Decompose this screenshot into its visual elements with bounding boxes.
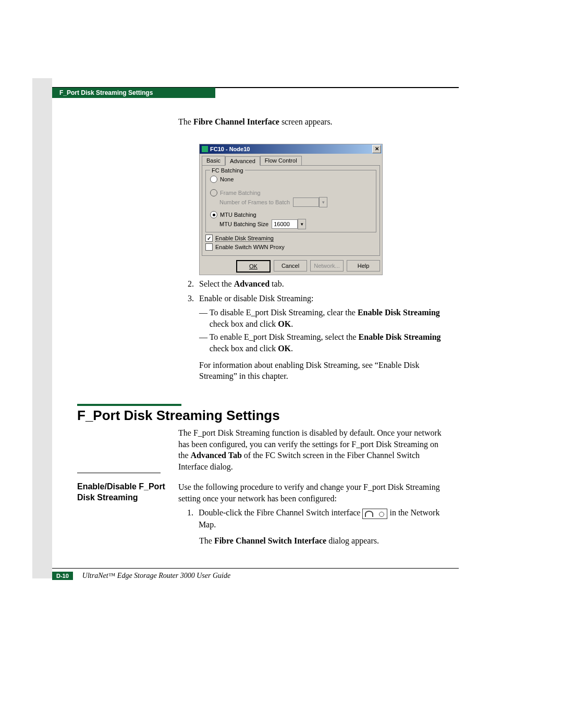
- mtu-subrow: MTU Batching Size 16000 ▼: [219, 219, 372, 229]
- dash-bullet: —: [199, 331, 210, 354]
- cb-wwn-row[interactable]: Enable Switch WWN Proxy: [205, 243, 376, 251]
- radio-mtu[interactable]: [210, 211, 217, 218]
- cb-disk-row[interactable]: ✓ Enable Disk Streaming: [205, 235, 376, 242]
- page: F_Port Disk Streaming Settings The Fibre…: [0, 0, 563, 728]
- radio-mtu-label: MTU Batching: [220, 212, 256, 218]
- network-button: Network...: [310, 260, 344, 272]
- subsection-body: Use the following procedure to verify an…: [178, 482, 449, 547]
- fc-switch-interface-icon: [362, 509, 387, 519]
- mtu-dd-value: 16000: [272, 219, 298, 229]
- frame-dd-value: [293, 198, 319, 207]
- section-heading: F_Port Disk Streaming Settings: [77, 408, 280, 424]
- page-number: D-10: [52, 572, 73, 580]
- sub-step1: Double-click the Fibre Channel Switch in…: [199, 507, 449, 530]
- frame-sub-label: Number of Frames to Batch: [219, 199, 290, 205]
- tab-basic[interactable]: Basic: [202, 156, 225, 165]
- fieldset-legend: FC Batching: [210, 167, 245, 174]
- info-para: For information about enabling Disk Stre…: [199, 360, 449, 382]
- chevron-down-icon[interactable]: ▼: [298, 219, 306, 229]
- page-footer: D-10 UltraNet™ Edge Storage Router 3000 …: [52, 568, 459, 580]
- cb-wwn-label: Enable Switch WWN Proxy: [215, 244, 285, 250]
- intro-bold: Fibre Channel Interface: [193, 117, 279, 126]
- radio-frame: [210, 189, 217, 196]
- intro-text: The Fibre Channel Interface screen appea…: [178, 117, 444, 127]
- cb-wwn[interactable]: [205, 243, 213, 251]
- radio-frame-row: Frame Batching: [210, 189, 372, 196]
- mtu-dropdown[interactable]: 16000 ▼: [272, 219, 306, 229]
- tab-flow-control[interactable]: Flow Control: [260, 156, 302, 165]
- chevron-down-icon: ▼: [319, 197, 327, 207]
- tab-advanced[interactable]: Advanced: [225, 156, 260, 166]
- section-body: The F_port Disk Streaming function is di…: [178, 427, 449, 472]
- dash1-text: To disable E_port Disk Streaming, clear …: [210, 307, 449, 329]
- cb-disk[interactable]: ✓: [205, 235, 213, 242]
- dialog-buttons: OK Cancel Network... Help: [200, 258, 382, 275]
- footer-title: UltraNet™ Edge Storage Router 3000 User …: [82, 572, 230, 580]
- subsection-rule: [77, 473, 161, 473]
- header-tab: F_Port Disk Streaming Settings: [52, 88, 215, 98]
- ok-button[interactable]: OK: [236, 260, 271, 273]
- section-rule: [77, 404, 181, 406]
- step-number: 3.: [178, 293, 199, 304]
- dash-bullet: —: [199, 307, 210, 329]
- fc-batching-fieldset: FC Batching None Frame Batching Number o…: [205, 170, 376, 232]
- radio-none-row[interactable]: None: [210, 176, 372, 183]
- radio-none[interactable]: [210, 176, 217, 183]
- help-button[interactable]: Help: [347, 260, 380, 272]
- radio-mtu-row[interactable]: MTU Batching: [210, 211, 372, 218]
- intro-prefix: The: [178, 117, 193, 126]
- step-number: 1.: [178, 507, 199, 530]
- dialog-panel: FC Batching None Frame Batching Number o…: [202, 165, 380, 256]
- header-tab-label: F_Port Disk Streaming Settings: [59, 89, 153, 96]
- dash2-text: To enable E_port Disk Streaming, select …: [210, 331, 449, 354]
- frame-dropdown: ▼: [293, 198, 327, 207]
- steps-block: 2.Select the Advanced tab. 3.Enable or d…: [178, 275, 449, 382]
- frame-subrow: Number of Frames to Batch ▼: [219, 198, 372, 207]
- radio-frame-label: Frame Batching: [220, 190, 261, 196]
- step2-text: Select the Advanced tab.: [199, 278, 284, 290]
- intro-suffix: screen appears.: [279, 117, 333, 126]
- dialog-title: FC10 - Node10: [210, 146, 250, 152]
- dialog-titlebar: FC10 - Node10 ✕: [200, 144, 382, 154]
- fc-dialog: FC10 - Node10 ✕ Basic Advanced Flow Cont…: [199, 144, 383, 275]
- app-icon: [202, 146, 208, 152]
- close-icon[interactable]: ✕: [372, 145, 381, 153]
- step3-text: Enable or disable Disk Streaming:: [199, 293, 314, 304]
- sub-lead: Use the following procedure to verify an…: [178, 482, 449, 504]
- dialog-tabs: Basic Advanced Flow Control: [200, 154, 382, 165]
- mtu-sub-label: MTU Batching Size: [219, 221, 268, 227]
- page-shadow: [32, 78, 52, 578]
- cb-disk-label: Enable Disk Streaming: [215, 235, 274, 242]
- radio-none-label: None: [220, 176, 234, 182]
- step-number: 2.: [178, 278, 199, 290]
- cancel-button[interactable]: Cancel: [274, 260, 307, 272]
- sub-after: The Fibre Channel Switch Interface dialo…: [199, 535, 449, 547]
- subsection-heading: Enable/Disable F_Port Disk Streaming: [77, 482, 166, 503]
